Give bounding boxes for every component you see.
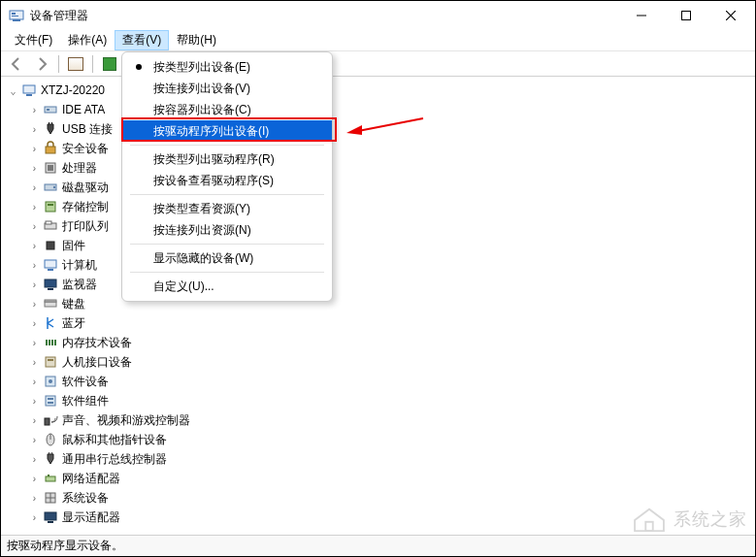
expand-icon[interactable]: › [28, 220, 41, 233]
device-category-icon [43, 393, 58, 409]
expand-icon[interactable]: › [28, 278, 41, 291]
tree-item[interactable]: ›声音、视频和游戏控制器 [28, 410, 755, 430]
expand-icon[interactable]: › [28, 181, 41, 194]
view-menu-item[interactable]: 按类型列出驱动程序(R) [122, 148, 332, 170]
toolbar-separator [58, 55, 59, 73]
view-menu-item[interactable]: 按连接列出资源(N) [122, 219, 332, 241]
menu-help[interactable]: 帮助(H) [169, 30, 224, 50]
expand-icon[interactable]: › [28, 337, 41, 349]
svg-rect-13 [51, 122, 52, 124]
svg-rect-23 [47, 242, 54, 249]
svg-rect-12 [49, 122, 49, 124]
device-tree[interactable]: ⌄ XTZJ-20220 ›IDE ATA›USB 连接›安全设备›处理器›磁盘… [1, 81, 755, 527]
svg-rect-33 [54, 340, 56, 345]
view-menu-dropdown[interactable]: 按类型列出设备(E)按连接列出设备(V)按容器列出设备(C)按驱动程序列出设备(… [121, 51, 333, 302]
collapse-icon[interactable]: ⌄ [7, 84, 19, 97]
tree-item-label: 计算机 [62, 257, 97, 274]
expand-icon[interactable]: › [28, 201, 41, 213]
svg-rect-5 [682, 12, 691, 20]
expand-icon[interactable]: › [28, 492, 41, 505]
menu-view[interactable]: 查看(V) [115, 30, 169, 50]
menu-item-label: 按容器列出设备(C) [153, 102, 251, 118]
menu-item-label: 按连接列出资源(N) [153, 222, 251, 239]
menu-item-label: 按类型查看资源(Y) [153, 201, 250, 217]
status-bar: 按驱动程序显示设备。 [1, 535, 755, 556]
tree-children: ›IDE ATA›USB 连接›安全设备›处理器›磁盘驱动›存储控制›打印队列›… [7, 100, 755, 527]
view-menu-item[interactable]: 按类型列出设备(E) [122, 56, 332, 78]
expand-icon[interactable]: › [28, 356, 41, 369]
svg-point-37 [49, 379, 52, 383]
tree-item[interactable]: ›鼠标和其他指针设备 [28, 430, 755, 449]
expand-icon[interactable]: › [28, 298, 41, 311]
forward-button[interactable] [30, 53, 53, 75]
expand-icon[interactable]: › [28, 240, 41, 252]
menu-file[interactable]: 文件(F) [7, 30, 60, 50]
device-category-icon [43, 141, 58, 156]
svg-rect-29 [45, 300, 56, 302]
svg-rect-9 [26, 94, 32, 96]
tree-item-label: 系统设备 [62, 490, 109, 507]
tree-item[interactable]: ›通用串行总线控制器 [28, 449, 755, 469]
svg-rect-19 [46, 202, 55, 212]
menu-item-label: 按设备查看驱动程序(S) [153, 173, 274, 189]
expand-icon[interactable]: › [28, 259, 41, 272]
menu-item-label: 按驱动程序列出设备(I) [153, 123, 269, 140]
expand-icon[interactable]: › [28, 434, 41, 446]
svg-rect-47 [48, 475, 49, 476]
expand-icon[interactable]: › [28, 453, 41, 466]
tree-item[interactable]: ›蓝牙 [28, 313, 755, 333]
menu-separator [130, 244, 324, 245]
tree-item[interactable]: ›显示适配器 [28, 508, 755, 527]
checked-indicator-icon [136, 64, 142, 70]
tree-item[interactable]: ›软件组件 [28, 391, 755, 410]
view-menu-item[interactable]: 显示隐藏的设备(W) [122, 247, 332, 269]
device-category-icon [43, 412, 58, 428]
tree-item[interactable]: ›内存技术设备 [28, 333, 755, 352]
maximize-button[interactable] [664, 1, 708, 30]
expand-icon[interactable]: › [28, 511, 41, 524]
back-button[interactable] [5, 53, 28, 75]
expand-icon[interactable]: › [28, 414, 41, 427]
menu-action[interactable]: 操作(A) [60, 30, 115, 50]
expand-icon[interactable]: › [28, 376, 41, 388]
tree-item-label: IDE ATA [62, 103, 105, 116]
expand-icon[interactable]: › [28, 104, 41, 116]
tree-item[interactable]: ›软件设备 [28, 372, 755, 391]
expand-icon[interactable]: › [28, 473, 41, 485]
menu-item-label: 按连接列出设备(V) [153, 81, 250, 97]
tree-root[interactable]: ⌄ XTZJ-20220 [7, 81, 755, 100]
close-button[interactable] [708, 1, 753, 30]
device-category-icon [43, 509, 58, 525]
view-menu-item[interactable]: 自定义(U)... [122, 276, 332, 297]
svg-rect-39 [48, 398, 53, 400]
expand-icon[interactable]: › [28, 317, 41, 330]
tree-item-label: 内存技术设备 [62, 335, 132, 351]
device-category-icon [43, 160, 58, 176]
view-menu-item[interactable]: 按设备查看驱动程序(S) [122, 170, 332, 191]
svg-rect-14 [46, 147, 55, 153]
svg-rect-40 [48, 402, 53, 404]
expand-icon[interactable]: › [28, 123, 41, 136]
toolbar-view-button[interactable] [98, 53, 121, 75]
tree-item[interactable]: ›人机接口设备 [28, 352, 755, 372]
svg-rect-11 [47, 109, 49, 111]
minimize-button[interactable] [619, 1, 664, 30]
tree-item[interactable]: ›系统设备 [28, 488, 755, 508]
svg-rect-38 [46, 396, 55, 406]
view-menu-item[interactable]: 按驱动程序列出设备(I) [122, 120, 332, 142]
toolbar-panel-button[interactable] [64, 53, 87, 75]
view-menu-item[interactable]: 按连接列出设备(V) [122, 78, 332, 99]
menu-separator [130, 194, 324, 195]
expand-icon[interactable]: › [28, 395, 41, 408]
view-menu-item[interactable]: 按类型查看资源(Y) [122, 198, 332, 219]
view-menu-item[interactable]: 按容器列出设备(C) [122, 99, 332, 120]
menu-separator [130, 145, 324, 146]
tree-item[interactable]: ›网络适配器 [28, 469, 755, 488]
computer-icon [21, 82, 37, 98]
device-category-icon [43, 374, 58, 389]
tree-item-label: 固件 [62, 238, 85, 254]
expand-icon[interactable]: › [28, 162, 41, 175]
expand-icon[interactable]: › [28, 143, 41, 155]
tree-item-label: 软件组件 [62, 393, 109, 410]
svg-rect-8 [23, 85, 35, 93]
